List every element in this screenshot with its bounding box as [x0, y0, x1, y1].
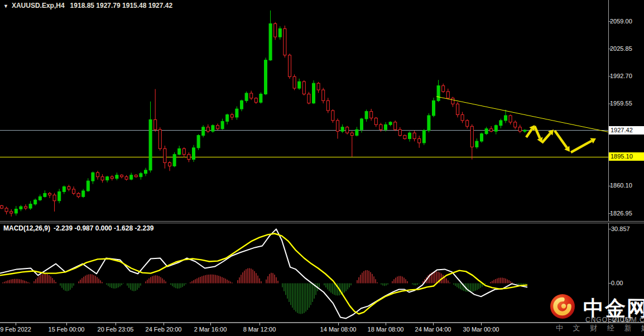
- macd-line: [0, 229, 527, 318]
- candle-body: [39, 196, 41, 200]
- candle-body: [29, 204, 32, 208]
- forecast-arrow[interactable]: [535, 126, 540, 138]
- candle-body: [140, 174, 142, 177]
- candle-body: [188, 155, 190, 160]
- candle-body: [470, 126, 473, 147]
- candle-body: [385, 124, 387, 129]
- candle-body: [250, 93, 253, 98]
- price-label: 1959.55: [610, 99, 632, 108]
- candle-body: [374, 118, 377, 124]
- candle-body: [169, 163, 171, 166]
- dropdown-arrow-icon[interactable]: ▼: [3, 3, 8, 9]
- candle-body: [480, 134, 483, 141]
- chart-title: ▼XAUUSD.Exp,H41918.85 1927.79 1915.48 19…: [3, 2, 172, 9]
- candle-body: [241, 100, 243, 109]
- price-label-highlighted: 1927.42: [609, 126, 644, 135]
- candle-body: [269, 23, 272, 60]
- candle-body: [370, 112, 373, 118]
- candle-body: [217, 126, 219, 129]
- candle-body: [49, 193, 51, 195]
- cngold-watermark: 中金网 CNGOLD.COM.CN 中 文 财 经 新 媒 体: [550, 294, 644, 334]
- time-label: 15 Feb 00:00: [49, 326, 85, 333]
- candle-body: [193, 148, 195, 160]
- price-label: 2059.00: [610, 17, 632, 26]
- candle-body: [202, 127, 205, 136]
- price-label: 1826.95: [610, 209, 632, 218]
- candle-body: [68, 187, 70, 189]
- time-label: 18 Mar 08:00: [368, 326, 404, 333]
- cngold-domain-text: CNGOLD.COM.CN: [585, 316, 644, 324]
- cngold-logo-icon: [550, 294, 575, 319]
- candle-body: [15, 209, 17, 213]
- forecast-arrow[interactable]: [555, 131, 567, 148]
- candle-body: [394, 122, 397, 129]
- symbol-period-label: XAUUSD.Exp,H4: [12, 2, 65, 9]
- candle-body: [154, 119, 157, 129]
- candle-body: [110, 177, 113, 179]
- candle-body: [379, 124, 382, 129]
- panel-separator-top[interactable]: [0, 221, 644, 223]
- candle-body: [149, 119, 152, 170]
- macd-values: -2.239 -0.987 0.000 -1.628 -2.239: [54, 224, 153, 232]
- candle-body: [432, 100, 435, 116]
- candle-body: [164, 148, 166, 162]
- candle-body: [73, 189, 75, 193]
- candle-body: [178, 148, 181, 154]
- candle-body: [442, 86, 445, 92]
- candle-body: [259, 94, 262, 102]
- candle-body: [53, 195, 56, 200]
- candle-body: [298, 81, 301, 88]
- candle-body: [427, 116, 430, 131]
- candle-body: [365, 112, 368, 119]
- time-label: 24 Mar 04:00: [415, 326, 451, 333]
- forecast-arrow[interactable]: [542, 133, 550, 143]
- candle-body: [317, 83, 320, 90]
- time-label: 20 Feb 23:05: [98, 326, 134, 333]
- candle-body: [158, 129, 161, 148]
- candle-body: [134, 175, 137, 177]
- candle-body: [254, 98, 257, 102]
- candle-body: [350, 133, 353, 135]
- candle-body: [499, 121, 502, 126]
- candle-body: [106, 177, 109, 180]
- candle-body: [293, 76, 296, 88]
- candle-body: [265, 60, 267, 94]
- candle-body: [44, 193, 46, 196]
- candle-body: [337, 121, 339, 131]
- time-label: 9 Feb 2022: [0, 326, 31, 333]
- candle-body: [326, 100, 329, 111]
- time-label: 24 Feb 20:00: [146, 326, 182, 333]
- candle-body: [485, 129, 488, 134]
- candle-body: [116, 175, 118, 179]
- candle-body: [34, 200, 37, 204]
- candle-body: [518, 127, 521, 131]
- candle-body: [283, 28, 286, 55]
- candle-body: [461, 115, 464, 121]
- candle-body: [63, 187, 65, 192]
- candle-body: [437, 86, 440, 101]
- candle-body: [206, 127, 209, 131]
- macd-scale-label: 0.00: [611, 279, 623, 287]
- candle-body: [274, 23, 277, 37]
- candle-body: [10, 212, 13, 213]
- candle-body: [313, 83, 315, 103]
- price-label-highlighted: 1895.10: [609, 152, 644, 161]
- ohlc-values: 1918.85 1927.79 1915.48 1927.42: [70, 2, 173, 9]
- candle-body: [182, 148, 185, 154]
- candle-body: [451, 98, 454, 104]
- candle-body: [289, 55, 291, 77]
- forecast-arrow[interactable]: [571, 141, 592, 152]
- candle-body: [322, 90, 325, 100]
- candle-body: [230, 115, 233, 117]
- candle-body: [77, 193, 80, 196]
- candle-body: [422, 131, 425, 143]
- price-label: 2025.85: [610, 45, 632, 53]
- candle-body: [236, 109, 238, 117]
- chart-canvas[interactable]: [0, 0, 644, 336]
- candle-body: [121, 175, 123, 177]
- candle-body: [389, 122, 392, 124]
- candle-body: [25, 207, 27, 208]
- candle-body: [475, 141, 478, 147]
- time-label: 30 Mar 00:00: [463, 326, 499, 333]
- candle-body: [302, 81, 305, 94]
